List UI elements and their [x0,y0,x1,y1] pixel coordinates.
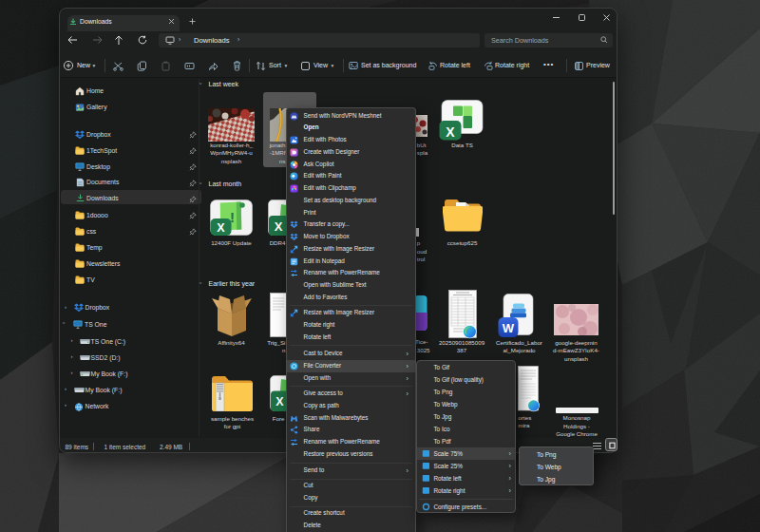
svg-text:X: X [446,124,455,140]
svg-text:W: W [503,321,515,335]
svg-text:X: X [217,221,225,235]
svg-text:X: X [275,219,283,234]
svg-text:X: X [276,395,284,408]
